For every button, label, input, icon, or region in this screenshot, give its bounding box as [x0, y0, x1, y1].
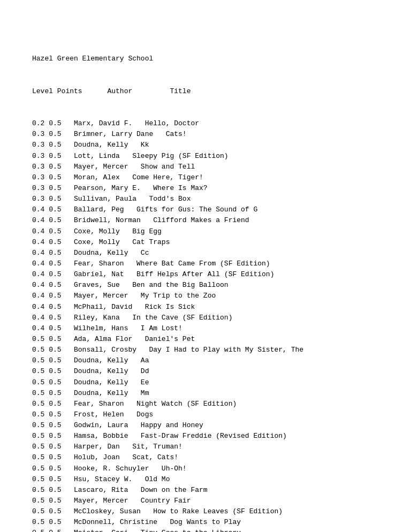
- table-row: 0.5 0.5 Harper, Dan Sit, Truman!: [32, 442, 379, 452]
- table-row: 0.5 0.5 Meister, Cari Tiny Goes to the L…: [32, 528, 379, 532]
- table-row: 0.5 0.5 Lascaro, Rita Down on the Farm: [32, 485, 379, 496]
- table-row: 0.3 0.5 Mayer, Mercer Show and Tell: [32, 162, 379, 172]
- table-row: 0.4 0.5 Doudna, Kelly Cc: [32, 248, 379, 259]
- table-row: 0.4 0.5 Coxe, Molly Big Egg: [32, 226, 379, 237]
- table-row: 0.4 0.5 Fear, Sharon Where Bat Came From…: [32, 259, 379, 269]
- table-row: 0.5 0.5 McCloskey, Susan How to Rake Lea…: [32, 506, 379, 517]
- table-row: 0.4 0.5 Bridwell, Norman Clifford Makes …: [32, 215, 379, 226]
- table-row: 0.5 0.5 Godwin, Laura Happy and Honey: [32, 420, 379, 431]
- table-row: 0.4 0.5 Riley, Kana In the Cave (SF Edit…: [32, 313, 379, 323]
- table-row: 0.5 0.5 Fear, Sharon Night Watch (SF Edi…: [32, 399, 379, 409]
- table-row: 0.4 0.5 Gabriel, Nat Biff Helps After Al…: [32, 269, 379, 280]
- table-row: 0.3 0.5 Moran, Alex Come Here, Tiger!: [32, 172, 379, 183]
- table-row: 0.5 0.5 Hsu, Stacey W. Old Mo: [32, 474, 379, 485]
- table-row: 0.5 0.5 McDonnell, Christine Dog Wants t…: [32, 517, 379, 528]
- table-row: 0.5 0.5 Holub, Joan Scat, Cats!: [32, 452, 379, 463]
- table-row: 0.5 0.5 Hooke, R. Schuyler Uh-Oh!: [32, 463, 379, 474]
- table-row: 0.3 0.5 Lott, Linda Sleepy Pig (SF Editi…: [32, 151, 379, 162]
- table-row: 0.3 0.5 Brimner, Larry Dane Cats!: [32, 129, 379, 140]
- table-row: 0.5 0.5 Doudna, Kelly Mm: [32, 388, 379, 399]
- table-row: 0.4 0.5 Mayer, Mercer My Trip to the Zoo: [32, 291, 379, 301]
- table-row: 0.5 0.5 Doudna, Kelly Ee: [32, 377, 379, 388]
- table-row: 0.2 0.5 Marx, David F. Hello, Doctor: [32, 118, 379, 129]
- school-header: Hazel Green Elementary School: [32, 54, 379, 64]
- table-row: 0.5 0.5 Mayer, Mercer Country Fair: [32, 496, 379, 506]
- table-row: 0.4 0.5 McPhail, David Rick Is Sick: [32, 302, 379, 313]
- table-row: 0.3 0.5 Doudna, Kelly Kk: [32, 140, 379, 150]
- table-row: 0.5 0.5 Hamsa, Bobbie Fast-Draw Freddie …: [32, 431, 379, 442]
- table-row: 0.5 0.5 Doudna, Kelly Dd: [32, 366, 379, 377]
- table-row: 0.4 0.5 Graves, Sue Ben and the Big Ball…: [32, 280, 379, 291]
- table-row: 0.5 0.5 Bonsall, Crosby Day I Had to Pla…: [32, 345, 379, 355]
- table-row: 0.4 0.5 Ballard, Peg Gifts for Gus: The …: [32, 204, 379, 215]
- table-row: 0.5 0.5 Doudna, Kelly Aa: [32, 355, 379, 366]
- table-row: 0.3 0.5 Pearson, Mary E. Where Is Max?: [32, 183, 379, 194]
- table-row: 0.5 0.5 Frost, Helen Dogs: [32, 409, 379, 420]
- table-row: 0.4 0.5 Wilhelm, Hans I Am Lost!: [32, 323, 379, 334]
- table-row: 0.4 0.5 Coxe, Molly Cat Traps: [32, 237, 379, 248]
- table-row: 0.5 0.5 Ada, Alma Flor Daniel's Pet: [32, 334, 379, 345]
- page-content: Hazel Green Elementary School Level Poin…: [32, 32, 379, 532]
- table-row: 0.3 0.5 Sullivan, Paula Todd's Box: [32, 194, 379, 204]
- column-headers: Level Points Author Title: [32, 86, 379, 97]
